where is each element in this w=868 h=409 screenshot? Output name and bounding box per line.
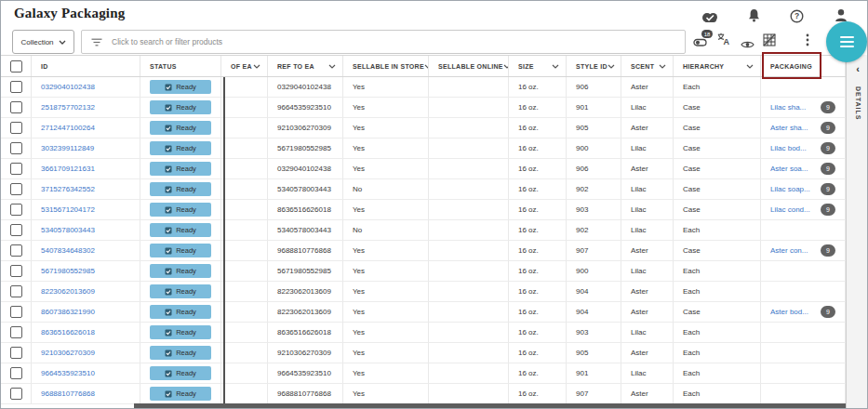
row-checkbox[interactable] bbox=[10, 183, 22, 195]
scent-cell: Aster bbox=[621, 302, 674, 323]
product-id-link[interactable]: 2518757702132 bbox=[41, 103, 95, 112]
product-id-link[interactable]: 5340578003443 bbox=[41, 226, 95, 234]
select-all-checkbox[interactable] bbox=[10, 60, 22, 73]
search-input[interactable]: Click to search or filter products bbox=[81, 30, 686, 54]
column-header-sellable-online[interactable]: SELLABLE ONLINE bbox=[429, 56, 509, 76]
visibility-icon[interactable] bbox=[741, 36, 754, 53]
product-id-link[interactable]: 8607386321990 bbox=[41, 308, 95, 316]
column-header-ref-to-ea[interactable]: REF TO EA bbox=[268, 56, 343, 76]
sellable-in-store-cell: Yes bbox=[343, 118, 429, 139]
status-badge: Ready bbox=[150, 244, 211, 257]
row-checkbox[interactable] bbox=[10, 142, 22, 154]
packaging-link[interactable]: Aster sha... bbox=[770, 124, 808, 132]
product-id-link[interactable]: 5407834648302 bbox=[41, 246, 95, 255]
column-header-style-id[interactable]: STYLE ID bbox=[567, 56, 621, 76]
status-cell: Ready bbox=[140, 363, 221, 384]
packaging-link[interactable]: Aster con... bbox=[770, 246, 808, 255]
packaging-link[interactable]: Aster bod... bbox=[770, 308, 808, 316]
sellable-online-cell bbox=[429, 77, 509, 98]
column-header-id[interactable]: ID bbox=[32, 56, 140, 76]
row-checkbox[interactable] bbox=[10, 367, 22, 379]
packaging-link[interactable]: Lilac sha... bbox=[770, 103, 806, 112]
row-checkbox[interactable] bbox=[10, 81, 22, 93]
size-cell: 16 oz. bbox=[509, 261, 567, 282]
column-header-of-ea[interactable]: OF EA bbox=[221, 56, 268, 76]
sellable-in-store-cell: Yes bbox=[343, 363, 429, 384]
hierarchy-cell: Case bbox=[674, 241, 761, 261]
column-header-sellable-in-store[interactable]: SELLABLE IN STORE bbox=[343, 56, 429, 76]
product-id-link[interactable]: 8223062013609 bbox=[41, 287, 95, 296]
row-checkbox[interactable] bbox=[10, 285, 22, 297]
column-header-status[interactable]: STATUS bbox=[140, 56, 221, 76]
sellable-in-store-cell: No bbox=[343, 179, 429, 200]
packaging-link[interactable]: Lilac soap... bbox=[770, 185, 810, 193]
sellable-online-cell bbox=[429, 323, 509, 343]
chevron-down-icon[interactable] bbox=[253, 64, 260, 69]
row-checkbox[interactable] bbox=[10, 224, 22, 236]
product-id-link[interactable]: 3661709121631 bbox=[41, 165, 95, 173]
scent-cell: Lilac bbox=[621, 179, 674, 200]
row-checkbox[interactable] bbox=[10, 388, 22, 400]
ref-to-ea-cell: 5671980552985 bbox=[268, 139, 343, 159]
column-header-size[interactable]: SIZE bbox=[509, 56, 567, 76]
product-id-link[interactable]: 2712447100264 bbox=[41, 124, 95, 132]
product-id-link[interactable]: 0329040102438 bbox=[41, 83, 95, 91]
row-checkbox[interactable] bbox=[10, 306, 22, 318]
product-id-link[interactable]: 8636516626018 bbox=[41, 328, 95, 336]
style-id-cell: 901 bbox=[567, 98, 621, 118]
row-checkbox[interactable] bbox=[10, 244, 22, 257]
row-checkbox[interactable] bbox=[10, 101, 22, 113]
product-id-cell: 8607386321990 bbox=[32, 302, 140, 323]
packaging-cell: Aster sha...9 bbox=[761, 118, 846, 139]
column-header-packaging[interactable]: PACKAGING bbox=[761, 56, 846, 76]
linked-items-icon[interactable]: 18 bbox=[693, 34, 709, 51]
menu-fab-button[interactable] bbox=[826, 21, 867, 62]
packaging-count-badge: 9 bbox=[821, 122, 835, 134]
packaging-link[interactable]: Lilac bod... bbox=[770, 144, 807, 152]
scent-cell: Lilac bbox=[621, 323, 674, 343]
product-id-link[interactable]: 9664535923510 bbox=[41, 369, 95, 377]
sellable-online-cell bbox=[429, 139, 509, 159]
row-checkbox[interactable] bbox=[10, 326, 22, 338]
of-ea-cell bbox=[221, 302, 268, 323]
sellable-in-store-cell: Yes bbox=[343, 282, 429, 302]
product-id-link[interactable]: 9210306270309 bbox=[41, 349, 95, 357]
translate-icon[interactable]: A bbox=[717, 33, 730, 49]
row-checkbox[interactable] bbox=[10, 265, 22, 277]
more-vertical-icon[interactable] bbox=[806, 33, 809, 50]
notifications-bell-icon[interactable] bbox=[748, 8, 760, 26]
chevron-down-icon[interactable] bbox=[328, 64, 336, 69]
cloud-sync-icon[interactable] bbox=[700, 10, 720, 28]
status-badge: Ready bbox=[150, 346, 211, 360]
product-id-link[interactable]: 3032399112849 bbox=[41, 144, 94, 152]
product-id-link[interactable]: 9688810776868 bbox=[41, 389, 95, 398]
row-checkbox[interactable] bbox=[10, 204, 22, 216]
packaging-link[interactable]: Lilac cond... bbox=[770, 205, 810, 214]
chevron-down-icon[interactable] bbox=[746, 64, 754, 69]
horizontal-scrollbar[interactable] bbox=[134, 403, 846, 408]
status-cell: Ready bbox=[140, 302, 221, 323]
product-id-link[interactable]: 5315671204172 bbox=[41, 205, 95, 214]
packaging-cell bbox=[761, 282, 846, 302]
row-checkbox[interactable] bbox=[10, 122, 22, 134]
help-icon[interactable]: ? bbox=[790, 9, 804, 27]
status-badge: Ready bbox=[150, 223, 211, 237]
details-panel-tab[interactable]: ‹ DETAILS bbox=[846, 55, 868, 409]
packaging-link[interactable]: Aster soa... bbox=[770, 165, 808, 173]
row-select-cell bbox=[1, 220, 32, 241]
chevron-down-icon[interactable] bbox=[552, 64, 559, 69]
collection-dropdown[interactable]: Collection bbox=[12, 30, 74, 54]
chevron-down-icon[interactable] bbox=[659, 64, 666, 69]
size-cell: 16 oz. bbox=[509, 384, 567, 404]
chevron-down-icon[interactable] bbox=[608, 64, 615, 69]
column-header-hierarchy[interactable]: HIERARCHY bbox=[674, 56, 761, 76]
column-header-scent[interactable]: SCENT bbox=[621, 56, 674, 76]
size-cell: 16 oz. bbox=[509, 139, 567, 159]
size-cell: 16 oz. bbox=[509, 302, 567, 323]
row-select-cell bbox=[1, 241, 32, 261]
product-id-link[interactable]: 5671980552985 bbox=[41, 267, 95, 275]
row-checkbox[interactable] bbox=[10, 163, 22, 175]
row-checkbox[interactable] bbox=[10, 347, 22, 359]
grid-off-icon[interactable] bbox=[763, 33, 776, 50]
product-id-link[interactable]: 3715276342552 bbox=[41, 185, 95, 193]
